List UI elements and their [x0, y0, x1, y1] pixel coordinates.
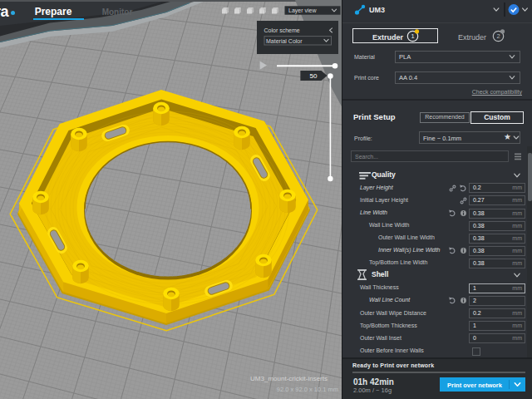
- svg-text:50: 50: [310, 72, 318, 80]
- svg-text:1: 1: [411, 32, 414, 40]
- svg-text:Layer view: Layer view: [288, 7, 317, 14]
- svg-text:Color scheme: Color scheme: [264, 27, 300, 33]
- svg-text:2: 2: [496, 32, 500, 40]
- svg-text:Material Color: Material Color: [266, 38, 303, 44]
